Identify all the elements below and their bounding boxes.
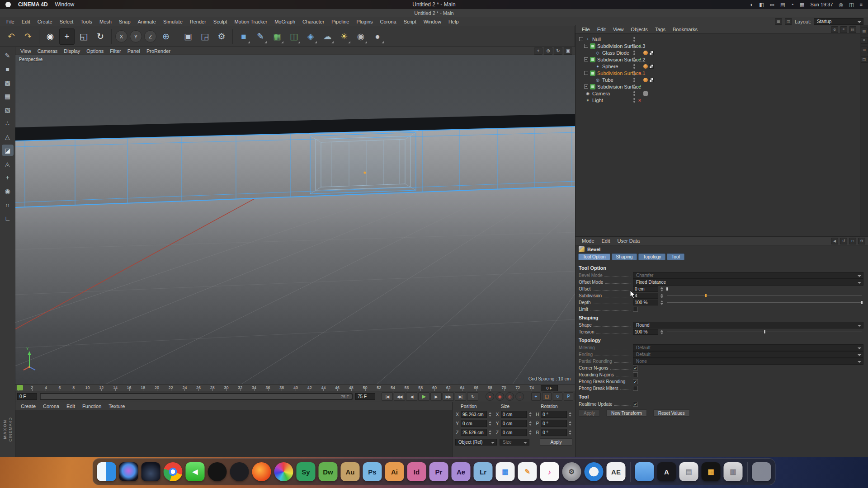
- am-menu-edit[interactable]: Edit: [598, 237, 614, 244]
- material-manager[interactable]: CreateCoronaEditFunctionTexture: [15, 402, 453, 457]
- spinner-arrows[interactable]: [568, 429, 572, 436]
- phong-break-miters-checkbox[interactable]: [633, 386, 638, 391]
- menu-character[interactable]: Character: [299, 18, 328, 25]
- disabled-cross-icon[interactable]: ×: [637, 98, 642, 103]
- workplane-mode-tool[interactable]: ▦: [2, 90, 14, 102]
- texture-tag-icon[interactable]: [649, 78, 654, 82]
- wifi-icon[interactable]: ◔: [791, 2, 794, 8]
- keyboard-icon[interactable]: ▦: [800, 2, 804, 8]
- dock-dreamweaver[interactable]: Dw: [319, 462, 338, 481]
- menu-plugins[interactable]: Plugins: [353, 18, 376, 25]
- tree-row-null[interactable]: −+Null: [576, 36, 868, 42]
- dock-audition[interactable]: Au: [341, 462, 360, 481]
- render-view-button[interactable]: ▣: [180, 28, 196, 45]
- tree-row-subdivision-surface-1[interactable]: −▦Subdivision Surface.1×: [576, 70, 868, 76]
- spinner-arrows[interactable]: [528, 429, 532, 436]
- coordinates-apply-button[interactable]: Apply: [540, 438, 572, 446]
- om-filter-icon[interactable]: ≡: [840, 26, 847, 33]
- dock-colorsync[interactable]: [274, 462, 293, 481]
- menu-corona[interactable]: Corona: [377, 18, 400, 25]
- viewport-menu-options[interactable]: Options: [83, 48, 107, 54]
- spinner-arrows[interactable]: [660, 329, 664, 335]
- visibility-dots[interactable]: [633, 78, 635, 82]
- material-menu-function[interactable]: Function: [79, 403, 105, 410]
- expand-icon[interactable]: +: [584, 84, 588, 89]
- spinner-arrows[interactable]: [660, 300, 664, 306]
- dock-photos-dark-app[interactable]: [208, 462, 227, 481]
- menu-mesh[interactable]: Mesh: [96, 18, 115, 25]
- spinner-arrows[interactable]: [488, 420, 492, 427]
- material-tag-icon[interactable]: [643, 64, 648, 69]
- deformer-menu[interactable]: ◈: [303, 28, 318, 45]
- record-position-toggle[interactable]: +: [531, 392, 541, 401]
- am-menu-mode[interactable]: Mode: [578, 237, 598, 244]
- slider-handle[interactable]: [705, 294, 707, 298]
- am-gear-icon[interactable]: ⚙: [858, 238, 865, 244]
- layout-dropdown[interactable]: Startup: [814, 18, 863, 25]
- panel-tab-icon-3[interactable]: ⊞: [861, 47, 868, 53]
- menu-tools[interactable]: Tools: [77, 18, 96, 25]
- viewport-menu-view[interactable]: View: [17, 48, 34, 54]
- panel-tab-icon-4[interactable]: ◫: [861, 56, 868, 63]
- uv-mode-tool[interactable]: ▧: [2, 104, 14, 115]
- light-menu[interactable]: ☀: [336, 28, 352, 45]
- maximize-view-icon[interactable]: ▣: [564, 47, 572, 55]
- am-back-icon[interactable]: ◀: [831, 238, 838, 244]
- spinner-arrows[interactable]: [568, 411, 572, 418]
- am-menu-user-data[interactable]: User Data: [614, 237, 644, 244]
- reset-values-button[interactable]: Reset Values: [653, 409, 690, 417]
- layout-panel-icon-1[interactable]: ▦: [775, 18, 782, 25]
- menu-animate[interactable]: Animate: [134, 18, 160, 25]
- model-mode-tool[interactable]: ■: [2, 63, 14, 75]
- record-keyframe-button[interactable]: ●: [486, 392, 494, 401]
- render-region-button[interactable]: ◲: [197, 28, 212, 45]
- timeline-scrollbar[interactable]: 75 F: [40, 393, 353, 400]
- rotate-view-icon[interactable]: ↻: [554, 47, 562, 55]
- am-lock-icon[interactable]: ⊡: [849, 238, 856, 244]
- material-menu-texture[interactable]: Texture: [105, 403, 128, 410]
- menubar-menu-window[interactable]: Window: [55, 1, 75, 8]
- dock-finder[interactable]: [97, 462, 116, 481]
- collapse-icon[interactable]: −: [584, 71, 588, 75]
- spinner-arrows[interactable]: [660, 293, 664, 299]
- viewport-menu-panel[interactable]: Panel: [124, 48, 143, 54]
- control-center-icon[interactable]: ◫: [849, 2, 854, 8]
- make-editable-tool[interactable]: ✎: [2, 50, 14, 61]
- coord-input-position-y[interactable]: 0 cm: [461, 420, 487, 427]
- visibility-dots[interactable]: [633, 71, 635, 75]
- undo-button[interactable]: ↶: [4, 28, 19, 45]
- rounding-n-gons-checkbox[interactable]: [633, 372, 638, 377]
- spinner-arrows[interactable]: [528, 411, 532, 418]
- material-menu-edit[interactable]: Edit: [63, 403, 79, 410]
- tree-row-glass-diode[interactable]: ◇Glass Diode: [576, 49, 868, 56]
- environment-menu[interactable]: ☁: [320, 28, 335, 45]
- menu-window[interactable]: Window: [420, 18, 445, 25]
- material-menu-create[interactable]: Create: [17, 403, 39, 410]
- om-menu-bookmarks[interactable]: Bookmarks: [669, 26, 701, 33]
- visibility-dots[interactable]: [633, 57, 635, 62]
- notification-center-icon[interactable]: ≡: [860, 2, 863, 8]
- end-frame-field[interactable]: 75 F: [355, 393, 375, 400]
- rotate-tool[interactable]: ↻: [93, 28, 108, 45]
- am-history-icon[interactable]: ↺: [840, 238, 847, 244]
- camera-menu[interactable]: ◉: [353, 28, 368, 45]
- tree-row-camera[interactable]: ◉Camera: [576, 90, 868, 97]
- subdivision-slider[interactable]: [667, 293, 862, 299]
- autokeying-button[interactable]: ◉: [495, 392, 504, 401]
- om-menu-edit[interactable]: Edit: [594, 26, 609, 33]
- menu-motion-tracker[interactable]: Motion Tracker: [231, 18, 271, 25]
- limit-checkbox[interactable]: [633, 307, 638, 312]
- dock-quicktime[interactable]: [585, 462, 604, 481]
- snap-tool[interactable]: ∩: [2, 199, 14, 210]
- live-selection-tool[interactable]: ◉: [42, 28, 58, 45]
- menu-create[interactable]: Create: [34, 18, 56, 25]
- dock-indesign[interactable]: Id: [407, 462, 426, 481]
- dock-synthesia[interactable]: Sy: [297, 462, 316, 481]
- slider-handle[interactable]: [666, 287, 668, 291]
- dock-grid-app[interactable]: ▦: [702, 462, 721, 481]
- material-menu[interactable]: ●: [370, 28, 385, 45]
- next-frame-button[interactable]: ▶: [430, 392, 442, 401]
- current-frame-field[interactable]: 0 F: [17, 393, 37, 400]
- dock-downloads-folder[interactable]: [635, 462, 654, 481]
- texture-mode-tool[interactable]: ▩: [2, 77, 14, 88]
